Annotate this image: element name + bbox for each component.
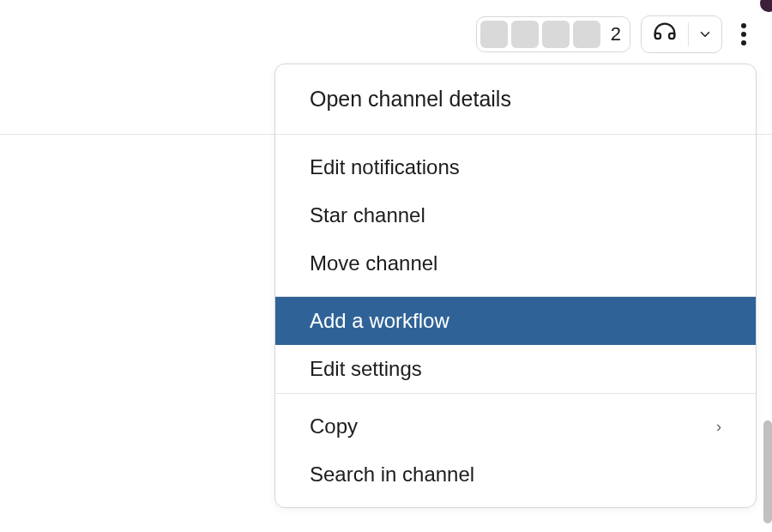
menu-group: Edit notifications Star channel Move cha… [275, 135, 756, 296]
menu-item-label: Star channel [310, 203, 425, 227]
menu-item-label: Edit settings [310, 357, 422, 381]
more-actions-button[interactable] [733, 15, 755, 53]
menu-item-label: Search in channel [310, 462, 474, 487]
member-count: 2 [602, 23, 621, 45]
menu-item-label: Move channel [310, 251, 437, 275]
menu-item-star-channel[interactable]: Star channel [275, 191, 756, 239]
member-count-button[interactable]: 2 [476, 16, 630, 52]
svg-point-2 [741, 40, 746, 45]
menu-group: Copy › Search in channel [275, 394, 756, 507]
avatar [480, 21, 508, 48]
avatar [511, 21, 539, 48]
menu-item-label: Open channel details [310, 87, 511, 112]
menu-item-edit-settings[interactable]: Edit settings [275, 345, 756, 393]
channel-header-actions: 2 [476, 15, 755, 53]
menu-item-label: Add a workflow [310, 309, 449, 333]
avatar-stack [480, 21, 600, 48]
menu-item-search-channel[interactable]: Search in channel [275, 450, 756, 499]
menu-item-copy[interactable]: Copy › [275, 402, 756, 450]
chevron-down-icon [697, 27, 713, 42]
avatar [573, 21, 600, 48]
huddle-button[interactable] [642, 21, 688, 47]
menu-item-add-workflow[interactable]: Add a workflow [275, 297, 756, 345]
huddle-options-button[interactable] [689, 27, 721, 42]
svg-point-0 [741, 23, 746, 28]
avatar-corner-decoration [760, 0, 772, 12]
headphones-icon [652, 21, 678, 47]
channel-actions-menu: Open channel details Edit notifications … [274, 63, 757, 508]
huddle-button-group [641, 15, 722, 53]
svg-point-1 [741, 32, 746, 37]
menu-item-label: Copy [310, 414, 358, 438]
menu-item-label: Edit notifications [310, 155, 460, 179]
kebab-icon [740, 21, 747, 47]
menu-item-edit-notifications[interactable]: Edit notifications [275, 143, 756, 191]
chevron-right-icon: › [716, 418, 721, 436]
scrollbar-thumb[interactable] [763, 420, 772, 523]
menu-item-open-details[interactable]: Open channel details [275, 64, 756, 134]
menu-item-move-channel[interactable]: Move channel [275, 239, 756, 287]
avatar [542, 21, 570, 48]
